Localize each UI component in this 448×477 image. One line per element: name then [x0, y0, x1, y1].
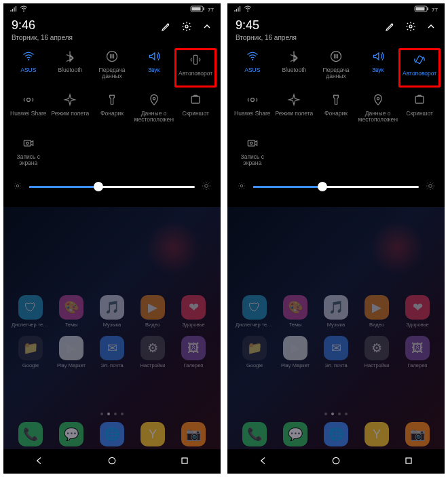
toggle-label: Данные о местоположении: [134, 111, 174, 123]
dock-app[interactable]: 🌐: [92, 422, 132, 446]
toggle-label: Bluetooth: [282, 67, 306, 73]
nav-recent-icon[interactable]: [179, 455, 190, 468]
dock-app[interactable]: 💬: [275, 422, 316, 446]
app[interactable]: ✉Эл. почта: [92, 336, 132, 368]
app[interactable]: 🎨Темы: [51, 295, 92, 328]
svg-point-14: [205, 185, 208, 188]
toggle-screenshot[interactable]: Скриншот: [174, 92, 217, 132]
app[interactable]: ⚙Настройки: [132, 336, 173, 368]
brightness-track[interactable]: [29, 186, 195, 188]
toggle-bluetooth[interactable]: Bluetooth: [274, 48, 316, 89]
nav-back-icon[interactable]: [258, 455, 269, 468]
dock-app[interactable]: 📷: [397, 422, 438, 446]
svg-point-29: [250, 142, 252, 144]
svg-rect-11: [24, 140, 31, 146]
app[interactable]: ▶Видео: [132, 295, 173, 328]
toggle-wifi[interactable]: ASUS: [231, 48, 274, 89]
toggle-huawei-share[interactable]: Huawei Share: [7, 92, 50, 132]
dock-app[interactable]: 📞: [10, 422, 51, 446]
toggle-huawei-share[interactable]: Huawei Share: [231, 92, 274, 132]
toggle-label: Передача данных: [92, 67, 132, 80]
svg-point-13: [16, 185, 19, 187]
toggle-location[interactable]: Данные о местоположении: [357, 92, 399, 132]
flashlight-icon: [104, 92, 120, 108]
toggle-flashlight[interactable]: Фонарик: [315, 92, 357, 132]
status-right: 77: [414, 5, 438, 14]
toggle-airplane[interactable]: Режим полета: [274, 92, 316, 132]
chevron-up-icon[interactable]: [202, 21, 212, 33]
brightness-slider[interactable]: [3, 176, 221, 195]
toggle-data[interactable]: Передача данных: [91, 48, 133, 89]
toggle-screen-record[interactable]: Запись с экрана: [231, 135, 274, 176]
edit-icon[interactable]: [385, 21, 396, 33]
brightness-track[interactable]: [253, 186, 419, 188]
dock-app[interactable]: Y: [356, 422, 397, 446]
svg-point-26: [377, 98, 379, 100]
app[interactable]: 🖼Галерея: [397, 336, 438, 368]
status-left: [234, 5, 252, 14]
app[interactable]: ▶Play Маркет: [275, 336, 316, 368]
autorotate-locked-icon: [187, 52, 204, 68]
wifi-status-icon: [20, 5, 28, 14]
toggle-autorotate[interactable]: Автоповорот: [174, 48, 217, 88]
gear-icon[interactable]: [405, 21, 416, 33]
app[interactable]: 🎨Темы: [275, 295, 316, 328]
svg-rect-19: [428, 7, 429, 10]
gear-icon[interactable]: [181, 21, 192, 33]
app[interactable]: 🖼Галерея: [173, 336, 214, 368]
nav-back-icon[interactable]: [34, 455, 45, 468]
phone-right: 77 9:45 Вторник, 16 апреля ASUS Bluetoot…: [227, 3, 445, 474]
nav-recent-icon[interactable]: [403, 455, 414, 468]
app[interactable]: ❤Здоровье: [397, 295, 438, 328]
toggle-location[interactable]: Данные о местоположении: [133, 92, 175, 132]
app[interactable]: ▶Видео: [356, 295, 397, 328]
brightness-slider[interactable]: [227, 176, 445, 195]
app[interactable]: ⚙Настройки: [356, 336, 397, 368]
sound-icon: [370, 48, 386, 64]
app[interactable]: 🛡Диспетчер телефона: [10, 295, 51, 328]
nav-bar: [227, 449, 445, 474]
svg-rect-2: [204, 7, 205, 10]
toggle-label: Данные о местоположении: [358, 111, 398, 123]
dock-app[interactable]: 💬: [51, 422, 92, 446]
toggle-sound[interactable]: Звук: [133, 48, 175, 89]
data-icon: [328, 48, 344, 64]
app[interactable]: 🎵Музыка: [92, 295, 132, 328]
toggle-autorotate[interactable]: Автоповорот: [398, 48, 441, 88]
svg-rect-24: [416, 56, 424, 64]
toggle-label: Режим полета: [52, 111, 90, 117]
app[interactable]: 🛡Диспетчер телефона: [234, 295, 275, 328]
toggle-screen-record[interactable]: Запись с экрана: [7, 135, 50, 176]
edit-icon[interactable]: [161, 21, 172, 33]
toggle-wifi[interactable]: ASUS: [7, 48, 50, 89]
nav-home-icon[interactable]: [331, 455, 341, 468]
app[interactable]: 📁Google: [234, 336, 275, 368]
battery-icon: [190, 5, 205, 14]
bluetooth-icon: [62, 48, 78, 64]
sound-icon: [146, 48, 162, 64]
nav-home-icon[interactable]: [107, 455, 117, 468]
app[interactable]: 🎵Музыка: [316, 295, 356, 328]
dock-app[interactable]: 📞: [234, 422, 275, 446]
toggle-sound[interactable]: Звук: [357, 48, 399, 89]
svg-rect-33: [406, 458, 411, 463]
toggle-data[interactable]: Передача данных: [315, 48, 357, 89]
page-indicator: [3, 413, 221, 415]
toggle-screenshot[interactable]: Скриншот: [398, 92, 441, 132]
toggle-flashlight[interactable]: Фонарик: [91, 92, 133, 132]
svg-rect-28: [248, 140, 255, 146]
huawei-share-icon: [244, 92, 261, 108]
app[interactable]: ▶Play Маркет: [51, 336, 92, 368]
svg-point-17: [247, 11, 248, 12]
dock-app[interactable]: 🌐: [316, 422, 356, 446]
toggle-bluetooth[interactable]: Bluetooth: [50, 48, 92, 89]
svg-point-0: [23, 11, 24, 12]
toggle-airplane[interactable]: Режим полета: [50, 92, 92, 132]
app[interactable]: 📁Google: [10, 336, 51, 368]
app[interactable]: ❤Здоровье: [173, 295, 214, 328]
clock: 9:46: [12, 18, 73, 33]
app[interactable]: ✉Эл. почта: [316, 336, 356, 368]
dock-app[interactable]: 📷: [173, 422, 214, 446]
chevron-up-icon[interactable]: [426, 21, 436, 33]
dock-app[interactable]: Y: [132, 422, 173, 446]
